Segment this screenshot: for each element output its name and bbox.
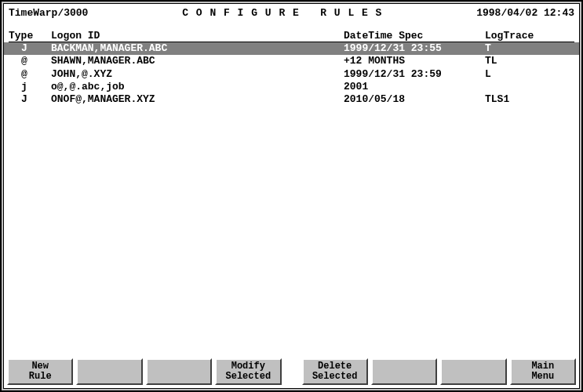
title-bar: TimeWarp/3000 C O N F I G U R E R U L E … — [4, 4, 579, 20]
table-row[interactable]: jo@,@.abc,job2001 — [4, 81, 579, 93]
col-datetime: DateTime Spec — [344, 30, 485, 42]
cell-datetime: 1999/12/31 23:55 — [344, 42, 485, 55]
modify-selected-button[interactable]: Modify Selected — [215, 358, 281, 385]
cell-logtrace: T — [485, 42, 574, 55]
cell-logon: o@,@.abc,job — [51, 81, 344, 93]
cell-logon: BACKMAN,MANAGER.ABC — [51, 42, 344, 55]
delete-selected-button[interactable]: Delete Selected — [302, 358, 368, 385]
cell-datetime: 2001 — [344, 81, 485, 93]
table-row[interactable]: @JOHN,@.XYZ1999/12/31 23:59L — [4, 68, 579, 81]
cell-type: j — [9, 81, 51, 93]
col-logtrace: LogTrace — [485, 30, 574, 42]
button-gap — [285, 358, 299, 385]
column-headers: Type Logon ID DateTime Spec LogTrace — [4, 20, 579, 42]
col-logon: Logon ID — [51, 30, 344, 42]
f7-button[interactable] — [440, 358, 506, 385]
table-row[interactable]: JONOF@,MANAGER.XYZ2010/05/18TLS1 — [4, 93, 579, 106]
cell-logtrace — [485, 81, 574, 93]
cell-datetime: +12 MONTHS — [344, 55, 485, 67]
function-key-bar: New Rule Modify Selected Delete Selected… — [4, 355, 579, 388]
cell-logtrace: L — [485, 68, 574, 81]
cell-type: @ — [9, 55, 51, 67]
cell-logtrace: TLS1 — [485, 93, 574, 106]
f2-button[interactable] — [76, 358, 142, 385]
col-type: Type — [9, 30, 51, 42]
cell-type: J — [9, 42, 51, 55]
cell-logon: JOHN,@.XYZ — [51, 68, 344, 81]
app-title: TimeWarp/3000 — [9, 7, 88, 19]
cell-logtrace: TL — [485, 55, 574, 67]
cell-logon: SHAWN,MANAGER.ABC — [51, 55, 344, 67]
timestamp: 1998/04/02 12:43 — [476, 7, 574, 19]
new-rule-button[interactable]: New Rule — [7, 358, 73, 385]
table-row[interactable]: JBACKMAN,MANAGER.ABC1999/12/31 23:55T — [4, 42, 579, 55]
cell-type: @ — [9, 68, 51, 81]
cell-type: J — [9, 93, 51, 106]
screen-title: C O N F I G U R E R U L E S — [88, 7, 476, 19]
cell-datetime: 2010/05/18 — [344, 93, 485, 106]
cell-datetime: 1999/12/31 23:59 — [344, 68, 485, 81]
f6-button[interactable] — [371, 358, 437, 385]
cell-logon: ONOF@,MANAGER.XYZ — [51, 93, 344, 106]
main-menu-button[interactable]: Main Menu — [510, 358, 576, 385]
rules-list[interactable]: JBACKMAN,MANAGER.ABC1999/12/31 23:55T@SH… — [4, 42, 579, 355]
f3-button[interactable] — [146, 358, 212, 385]
table-row[interactable]: @SHAWN,MANAGER.ABC+12 MONTHSTL — [4, 55, 579, 67]
